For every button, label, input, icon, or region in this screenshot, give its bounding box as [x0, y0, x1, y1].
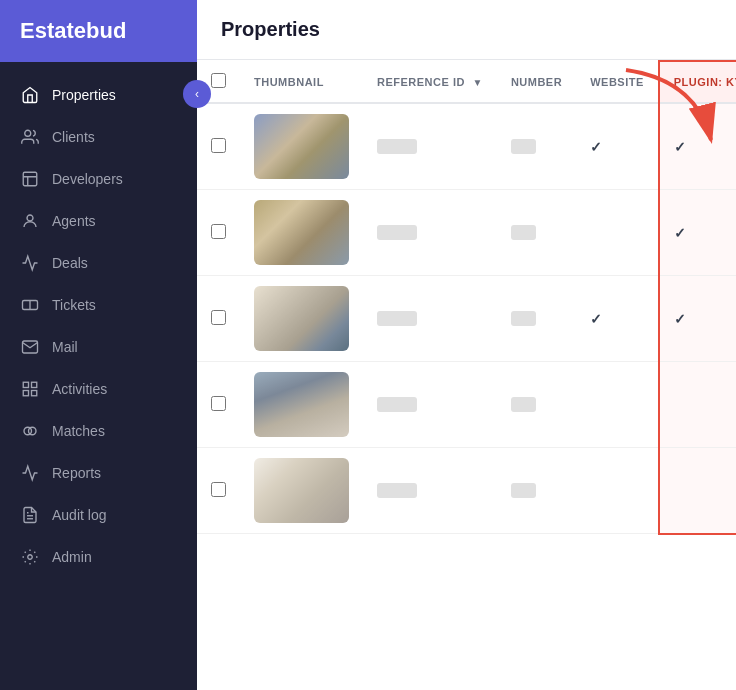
property-thumbnail — [254, 372, 349, 437]
sidebar-item-matches[interactable]: Matches — [0, 410, 197, 452]
number-cell — [497, 362, 576, 448]
sidebar-item-deals[interactable]: Deals — [0, 242, 197, 284]
sidebar-item-audit-log[interactable]: Audit log — [0, 494, 197, 536]
sidebar-item-developers[interactable]: Developers — [0, 158, 197, 200]
row-checkbox-cell — [197, 190, 240, 276]
table-row: ✓ ✓ — [197, 276, 736, 362]
building-icon — [20, 169, 40, 189]
reference-id-value — [377, 397, 417, 412]
sidebar-collapse-button[interactable]: ‹ — [183, 80, 211, 108]
sidebar-item-label: Reports — [52, 465, 101, 481]
svg-point-2 — [27, 215, 33, 221]
row-checkbox[interactable] — [211, 396, 226, 411]
row-checkbox-cell — [197, 362, 240, 448]
page-title: Properties — [221, 18, 712, 41]
table-row — [197, 362, 736, 448]
sidebar-item-label: Agents — [52, 213, 96, 229]
table-body: ✓ ✓ — [197, 103, 736, 534]
row-checkbox[interactable] — [211, 482, 226, 497]
sidebar-item-label: Tickets — [52, 297, 96, 313]
plugin-kyero-cell — [659, 448, 736, 534]
plugin-kyero-check: ✓ — [674, 311, 686, 327]
agent-icon — [20, 211, 40, 231]
plugin-kyero-cell: ✓ — [659, 190, 736, 276]
website-cell — [576, 448, 659, 534]
sidebar-item-label: Properties — [52, 87, 116, 103]
plugin-kyero-cell — [659, 362, 736, 448]
sidebar-item-tickets[interactable]: Tickets — [0, 284, 197, 326]
sidebar-item-mail[interactable]: Mail — [0, 326, 197, 368]
website-check: ✓ — [590, 139, 602, 155]
column-thumbnail: THUMBNAIL — [240, 61, 363, 103]
table-row: ✓ ✓ — [197, 103, 736, 190]
sidebar-nav: Properties Clients Developers Agents — [0, 62, 197, 690]
column-plugin-kyero: PLUGIN: KYERO — [659, 61, 736, 103]
page-header: Properties — [197, 0, 736, 60]
table-row: ✓ — [197, 190, 736, 276]
properties-table-container[interactable]: THUMBNAIL REFERENCE ID ▼ NUMBER WEBSITE … — [197, 60, 736, 690]
activities-icon — [20, 379, 40, 399]
sort-icon[interactable]: ▼ — [472, 77, 482, 88]
row-checkbox-cell — [197, 103, 240, 190]
plugin-kyero-cell: ✓ — [659, 103, 736, 190]
svg-rect-6 — [23, 391, 28, 396]
row-checkbox[interactable] — [211, 224, 226, 239]
sidebar-item-reports[interactable]: Reports — [0, 452, 197, 494]
sidebar-item-label: Matches — [52, 423, 105, 439]
row-checkbox-cell — [197, 276, 240, 362]
sidebar-item-agents[interactable]: Agents — [0, 200, 197, 242]
property-thumbnail — [254, 200, 349, 265]
reference-id-cell — [363, 276, 497, 362]
reference-id-cell — [363, 362, 497, 448]
number-cell — [497, 103, 576, 190]
reference-id-value — [377, 225, 417, 240]
column-reference-id: REFERENCE ID ▼ — [363, 61, 497, 103]
admin-icon — [20, 547, 40, 567]
thumbnail-cell — [240, 362, 363, 448]
number-value — [511, 311, 536, 326]
sidebar-item-label: Admin — [52, 549, 92, 565]
deals-icon — [20, 253, 40, 273]
reports-icon — [20, 463, 40, 483]
sidebar-item-label: Activities — [52, 381, 107, 397]
thumbnail-cell — [240, 190, 363, 276]
svg-point-12 — [28, 555, 33, 560]
sidebar-header: Estatebud — [0, 0, 197, 62]
website-check: ✓ — [590, 311, 602, 327]
sidebar-item-activities[interactable]: Activities — [0, 368, 197, 410]
sidebar-item-clients[interactable]: Clients — [0, 116, 197, 158]
sidebar-item-admin[interactable]: Admin — [0, 536, 197, 578]
number-cell — [497, 448, 576, 534]
select-all-checkbox[interactable] — [211, 73, 226, 88]
number-value — [511, 225, 536, 240]
main-content: Properties THUMBNAIL — [197, 0, 736, 690]
svg-rect-4 — [23, 382, 28, 387]
sidebar-item-label: Deals — [52, 255, 88, 271]
sidebar-item-label: Mail — [52, 339, 78, 355]
plugin-kyero-cell: ✓ — [659, 276, 736, 362]
sidebar-item-properties[interactable]: Properties — [0, 74, 197, 116]
website-cell: ✓ — [576, 276, 659, 362]
reference-id-value — [377, 483, 417, 498]
svg-point-0 — [25, 130, 31, 136]
website-cell — [576, 190, 659, 276]
property-thumbnail — [254, 286, 349, 351]
thumbnail-cell — [240, 448, 363, 534]
svg-rect-5 — [32, 382, 37, 387]
number-value — [511, 397, 536, 412]
row-checkbox[interactable] — [211, 138, 226, 153]
website-cell: ✓ — [576, 103, 659, 190]
table-row — [197, 448, 736, 534]
number-cell — [497, 276, 576, 362]
table-header-row: THUMBNAIL REFERENCE ID ▼ NUMBER WEBSITE … — [197, 61, 736, 103]
svg-rect-7 — [32, 391, 37, 396]
column-website: WEBSITE — [576, 61, 659, 103]
plugin-kyero-check: ✓ — [674, 139, 686, 155]
reference-id-value — [377, 311, 417, 326]
matches-icon — [20, 421, 40, 441]
row-checkbox[interactable] — [211, 310, 226, 325]
thumbnail-cell — [240, 103, 363, 190]
reference-id-value — [377, 139, 417, 154]
audit-icon — [20, 505, 40, 525]
property-thumbnail — [254, 458, 349, 523]
